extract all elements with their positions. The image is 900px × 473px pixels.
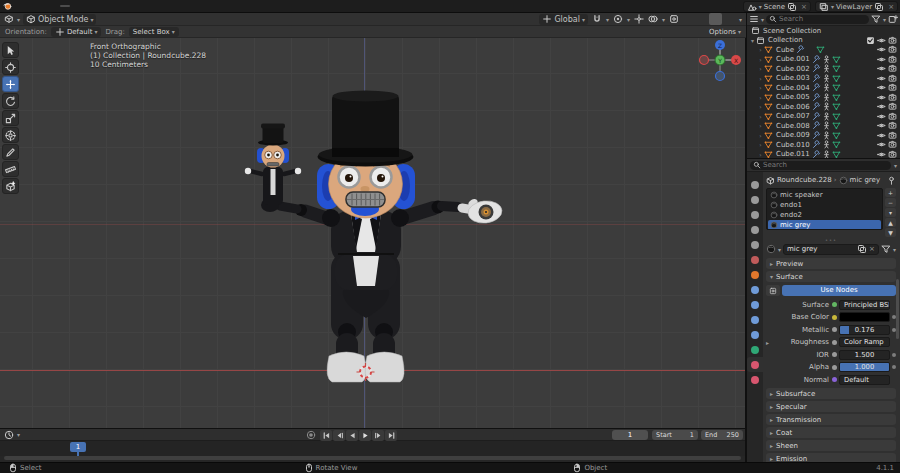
tool-button[interactable]: [2, 178, 19, 194]
disable-render-icon[interactable]: [888, 102, 897, 111]
blender-logo-icon[interactable]: [3, 1, 13, 11]
breadcrumb-object[interactable]: Roundcube.228: [777, 176, 832, 184]
property-value-widget[interactable]: Default: [839, 375, 890, 385]
disable-render-icon[interactable]: [888, 93, 897, 102]
property-value-widget[interactable]: [839, 312, 890, 322]
property-value-widget[interactable]: Color Ramp: [839, 337, 890, 347]
list-resize-grip[interactable]: •••: [766, 237, 896, 242]
property-tab[interactable]: [747, 207, 763, 222]
hide-viewport-icon[interactable]: [877, 64, 886, 73]
property-tab[interactable]: [747, 177, 763, 192]
playback-button[interactable]: [333, 430, 345, 441]
orientation-dropdown[interactable]: Default▾: [51, 27, 102, 37]
property-tab[interactable]: [747, 192, 763, 207]
disable-render-icon[interactable]: [888, 45, 897, 54]
auto-keying-icon[interactable]: [306, 430, 316, 440]
outliner-object-row[interactable]: › Cube.011: [747, 150, 900, 160]
hide-viewport-icon[interactable]: [877, 102, 886, 111]
property-tab[interactable]: [747, 357, 763, 372]
menu-item[interactable]: [45, 2, 53, 11]
collapsed-section[interactable]: ▸Transmission: [766, 414, 896, 425]
show-gizmo-icon[interactable]: [634, 14, 644, 24]
menu-item[interactable]: [29, 2, 37, 11]
new-collection-icon[interactable]: [888, 14, 898, 24]
outliner-object-row[interactable]: › Cube.006: [747, 102, 900, 112]
outliner-object-row[interactable]: › Cube.009: [747, 131, 900, 141]
use-nodes-button[interactable]: Use Nodes: [782, 285, 896, 296]
nav-icon[interactable]: [727, 103, 740, 116]
property-tab[interactable]: [747, 237, 763, 252]
timeline-editor-icon[interactable]: [4, 430, 14, 440]
menu-item[interactable]: [37, 2, 45, 11]
playback-button[interactable]: [385, 430, 397, 441]
playback-button[interactable]: [346, 430, 358, 441]
outliner-search[interactable]: Search: [766, 15, 869, 24]
move-slot-up-button[interactable]: ▲: [885, 218, 896, 227]
hide-viewport-icon[interactable]: [877, 83, 886, 92]
decorator-dot[interactable]: [892, 353, 896, 357]
property-tab[interactable]: [747, 267, 763, 282]
property-tab[interactable]: [747, 327, 763, 342]
display-mode-icon[interactable]: [749, 14, 759, 24]
proportional-editing-icon[interactable]: [613, 14, 623, 24]
property-tab[interactable]: [747, 372, 763, 387]
hide-viewport-icon[interactable]: [877, 121, 886, 130]
frame-start-field[interactable]: Start1: [652, 430, 698, 440]
remove-slot-button[interactable]: −: [885, 198, 896, 207]
frame-end-field[interactable]: End250: [701, 430, 743, 440]
workspace-tab[interactable]: [60, 5, 70, 7]
disable-render-icon[interactable]: [888, 74, 897, 83]
property-tab[interactable]: [747, 222, 763, 237]
hide-viewport-icon[interactable]: [877, 55, 886, 64]
hide-viewport-icon[interactable]: [877, 93, 886, 102]
outliner-object-row[interactable]: › Cube.008: [747, 121, 900, 131]
new-view-layer-icon[interactable]: [874, 2, 884, 12]
collapsed-section[interactable]: ▸Specular: [766, 401, 896, 412]
breadcrumb-material[interactable]: mic grey: [850, 176, 880, 184]
decorator-dot[interactable]: [892, 365, 896, 369]
properties-search[interactable]: Search: [750, 161, 891, 170]
unlink-material-icon[interactable]: ×: [869, 245, 875, 253]
nav-icon[interactable]: [727, 120, 740, 133]
workspace-tab[interactable]: [120, 5, 130, 7]
outliner-object-row[interactable]: › Cube.007: [747, 112, 900, 122]
nav-icon[interactable]: [727, 137, 740, 150]
workspace-tab[interactable]: [180, 5, 190, 7]
collection-row[interactable]: ▾ Collection: [747, 36, 900, 46]
new-scene-icon[interactable]: [787, 2, 797, 12]
xray-toggle-icon[interactable]: [669, 14, 679, 24]
unlink-scene-icon[interactable]: ×: [801, 3, 807, 11]
outliner-object-row[interactable]: › Cube.002: [747, 64, 900, 74]
filter-properties-icon[interactable]: [881, 244, 891, 254]
collapsed-section[interactable]: ▸Subsurface: [766, 388, 896, 399]
expand-icon[interactable]: ▸: [766, 339, 773, 346]
material-name-field[interactable]: mic grey ×: [783, 244, 879, 255]
surface-section[interactable]: ▾Surface: [766, 271, 896, 282]
tool-button[interactable]: [2, 144, 19, 160]
playback-button[interactable]: [359, 430, 371, 441]
preview-section[interactable]: ▸Preview: [766, 258, 896, 269]
outliner-object-row[interactable]: › Cube.004: [747, 83, 900, 93]
scene-selector[interactable]: ▾ Scene ×: [743, 1, 811, 12]
collapsed-section[interactable]: ▸Coat: [766, 427, 896, 438]
property-value-widget[interactable]: 1.000: [839, 362, 890, 372]
viewport-3d[interactable]: Front Orthographic (1) Collection | Roun…: [0, 38, 746, 428]
workspace-tab[interactable]: [132, 5, 142, 7]
properties-scrollbar[interactable]: [896, 279, 899, 339]
tool-button[interactable]: [2, 93, 19, 109]
properties-options-icon[interactable]: ▾: [894, 162, 897, 169]
filter-icon[interactable]: [871, 14, 881, 24]
playback-button[interactable]: [372, 430, 384, 441]
property-tab[interactable]: [747, 312, 763, 327]
remove-view-layer-icon[interactable]: ×: [888, 3, 894, 11]
disable-render-icon[interactable]: [888, 150, 897, 159]
character-model[interactable]: [0, 38, 746, 428]
material-slot[interactable]: endo2: [768, 210, 881, 220]
material-slot[interactable]: mic grey: [768, 220, 881, 230]
tool-button[interactable]: [2, 59, 19, 75]
disable-render-icon[interactable]: [888, 121, 897, 130]
playhead-marker[interactable]: 1: [70, 442, 86, 452]
pin-icon[interactable]: [887, 176, 896, 185]
tool-button[interactable]: [2, 42, 19, 58]
menu-item[interactable]: [21, 2, 29, 11]
